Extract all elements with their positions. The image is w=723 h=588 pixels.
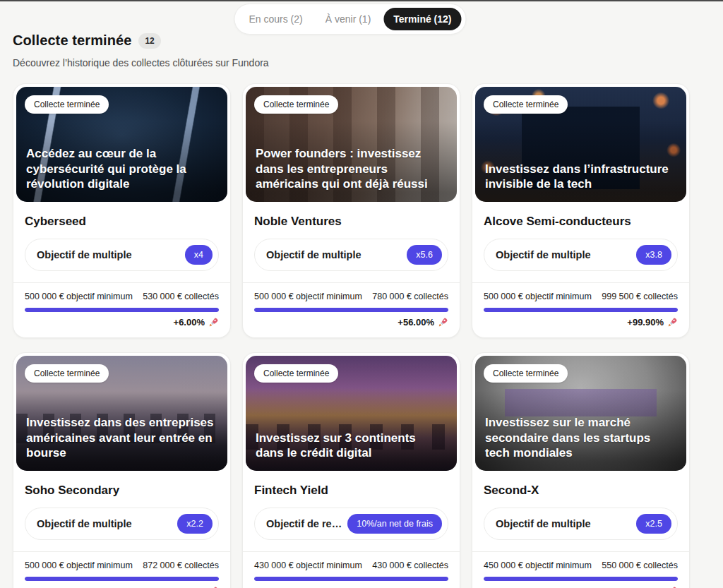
objective-pill: Objectif de multiple x5.6: [254, 239, 448, 271]
completed-collections-page: { "tabs": [ { "label": "En cours (2)", "…: [0, 0, 723, 588]
tab-a-venir[interactable]: À venir (1): [316, 8, 381, 30]
card-headline: Accédez au cœur de la cybersécurité qui …: [16, 146, 227, 202]
collected-amount: 999 500 € collectés: [602, 292, 678, 301]
card-fintech-yield[interactable]: Collecte terminée Investissez sur 3 cont…: [242, 352, 460, 588]
objective-pill: Objectif de multiple x2.2: [25, 508, 219, 540]
card-footer: 500 000 € objectif minimum 530 000 € col…: [13, 283, 230, 337]
rocket-icon: [667, 317, 678, 328]
objective-pill: Objectif de rendeme... 10%/an net de fra…: [254, 508, 448, 540]
page-title: Collecte terminée: [13, 32, 131, 49]
objective-label: Objectif de rendeme...: [266, 518, 342, 529]
card-body: Cyberseed Objectif de multiple x4: [13, 205, 230, 282]
objective-label: Objectif de multiple: [496, 518, 591, 529]
card-cyberseed[interactable]: Collecte terminée Accédez au cœur de la …: [13, 83, 231, 338]
objective-value-badge: x2.2: [177, 514, 213, 534]
minimum-objective: 500 000 € objectif minimum: [25, 292, 133, 301]
gain-percent: +6.00%: [174, 317, 205, 328]
cards-grid: Collecte terminée Accédez au cœur de la …: [0, 83, 723, 588]
card-footer: 430 000 € objectif minimum 430 000 € col…: [243, 552, 460, 588]
page-subtitle: Découvrez l’historique des collectes clô…: [13, 57, 710, 68]
progress-bar: [254, 308, 448, 312]
minimum-objective: 500 000 € objectif minimum: [484, 292, 592, 301]
card-footer: 500 000 € objectif minimum 872 000 € col…: [13, 552, 230, 588]
progress-bar: [25, 308, 219, 312]
status-badge: Collecte terminée: [484, 364, 568, 383]
card-headline: Power founders : investissez dans les en…: [246, 146, 457, 202]
card-body: Soho Secondary Objectif de multiple x2.2: [13, 474, 230, 551]
card-headline: Investissez dans des entreprises américa…: [16, 415, 227, 471]
objective-value-badge: x3.8: [636, 245, 671, 265]
objective-pill: Objectif de multiple x4: [25, 239, 219, 271]
card-media-frame: Collecte terminée Investissez sur 3 cont…: [243, 353, 460, 474]
card-photo: Collecte terminée Investissez dans des e…: [16, 356, 227, 471]
card-body: Noble Ventures Objectif de multiple x5.6: [243, 205, 460, 282]
objective-value-badge: x5.6: [407, 245, 442, 265]
status-badge: Collecte terminée: [254, 95, 338, 114]
gain-percent: +99.90%: [627, 317, 664, 328]
card-body: Second-X Objectif de multiple x2.5: [472, 474, 689, 551]
card-footer: 500 000 € objectif minimum 999 500 € col…: [472, 283, 689, 337]
progress-bar: [25, 577, 219, 581]
card-name: Cyberseed: [25, 215, 219, 229]
card-photo: Collecte terminée Investissez sur le mar…: [475, 356, 686, 471]
card-body: Fintech Yield Objectif de rendeme... 10%…: [243, 474, 460, 551]
collected-amount: 550 000 € collectés: [602, 560, 678, 570]
card-headline: Investissez dans l’infrastructure invisi…: [475, 162, 686, 202]
rocket-icon: [438, 317, 448, 328]
gain-percent: +56.00%: [398, 317, 434, 328]
card-media-frame: Collecte terminée Accédez au cœur de la …: [13, 84, 230, 205]
collected-amount: 430 000 € collectés: [372, 560, 448, 570]
status-badge: Collecte terminée: [484, 95, 568, 114]
card-name: Alcove Semi-conducteurs: [484, 215, 678, 229]
collected-amount: 780 000 € collectés: [372, 292, 448, 301]
objective-label: Objectif de multiple: [496, 249, 591, 260]
objective-value-badge: x2.5: [636, 514, 671, 534]
progress-bar: [484, 308, 678, 312]
status-badge: Collecte terminée: [25, 364, 109, 383]
card-media-frame: Collecte terminée Investissez dans des e…: [13, 353, 230, 474]
card-photo: Collecte terminée Accédez au cœur de la …: [16, 87, 227, 202]
collected-amount: 530 000 € collectés: [143, 292, 219, 301]
card-media-frame: Collecte terminée Investissez sur le mar…: [472, 353, 689, 474]
status-tabbar: En cours (2) À venir (1) Terminé (12): [234, 4, 466, 35]
card-headline: Investissez sur 3 continents dans le cré…: [246, 431, 457, 471]
card-alcove[interactable]: Collecte terminée Investissez dans l’inf…: [472, 83, 690, 338]
objective-label: Objectif de multiple: [37, 249, 132, 260]
card-noble-ventures[interactable]: Collecte terminée Power founders : inves…: [242, 83, 460, 338]
card-name: Second-X: [484, 484, 678, 498]
objective-label: Objectif de multiple: [266, 249, 362, 260]
card-photo: Collecte terminée Power founders : inves…: [246, 87, 457, 202]
progress-bar: [484, 577, 678, 581]
tab-en-cours[interactable]: En cours (2): [239, 8, 312, 30]
card-photo: Collecte terminée Investissez dans l’inf…: [475, 87, 686, 202]
objective-value-badge: x4: [185, 245, 213, 265]
card-body: Alcove Semi-conducteurs Objectif de mult…: [472, 205, 689, 282]
minimum-objective: 450 000 € objectif minimum: [484, 560, 592, 570]
card-media-frame: Collecte terminée Power founders : inves…: [243, 84, 460, 205]
tab-termine[interactable]: Terminé (12): [383, 8, 461, 30]
card-name: Noble Ventures: [254, 215, 448, 229]
rocket-icon: [208, 317, 219, 328]
objective-pill: Objectif de multiple x3.8: [484, 239, 678, 271]
minimum-objective: 430 000 € objectif minimum: [254, 560, 362, 570]
card-name: Fintech Yield: [254, 484, 448, 498]
card-footer: 450 000 € objectif minimum 550 000 € col…: [472, 552, 689, 588]
objective-value-badge: 10%/an net de frais: [347, 514, 442, 534]
objective-label: Objectif de multiple: [37, 518, 132, 529]
card-soho-secondary[interactable]: Collecte terminée Investissez dans des e…: [13, 352, 231, 588]
objective-pill: Objectif de multiple x2.5: [484, 508, 678, 540]
card-headline: Investissez sur le marché secondaire dan…: [475, 415, 686, 471]
card-photo: Collecte terminée Investissez sur 3 cont…: [246, 356, 457, 471]
status-badge: Collecte terminée: [25, 95, 109, 114]
status-badge: Collecte terminée: [254, 364, 338, 383]
count-badge: 12: [138, 33, 160, 49]
card-footer: 500 000 € objectif minimum 780 000 € col…: [243, 283, 460, 337]
card-name: Soho Secondary: [25, 484, 219, 498]
minimum-objective: 500 000 € objectif minimum: [254, 292, 362, 301]
card-second-x[interactable]: Collecte terminée Investissez sur le mar…: [472, 352, 690, 588]
minimum-objective: 500 000 € objectif minimum: [25, 560, 133, 570]
card-media-frame: Collecte terminée Investissez dans l’inf…: [472, 84, 689, 205]
collected-amount: 872 000 € collectés: [143, 560, 219, 570]
